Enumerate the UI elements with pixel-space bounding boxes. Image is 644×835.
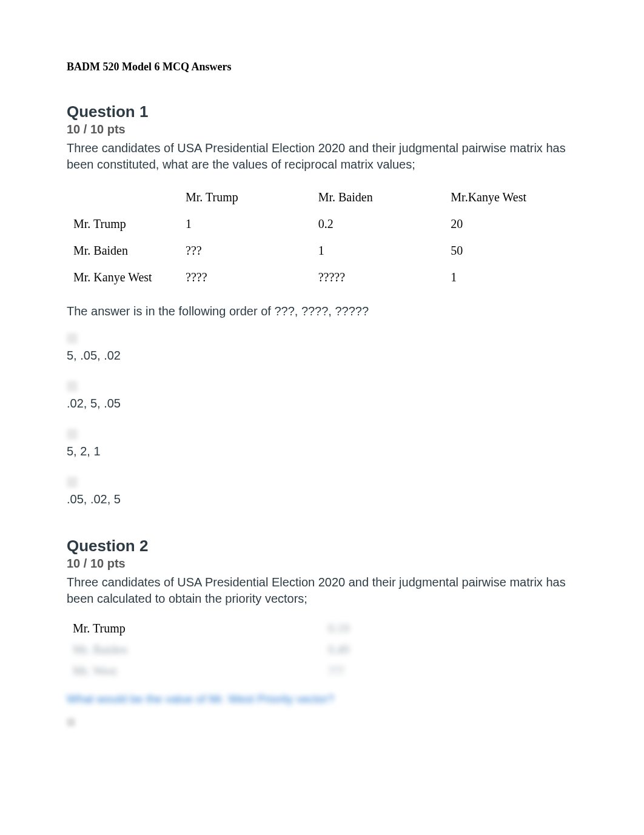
radio-icon <box>67 333 78 344</box>
option-c[interactable]: 5, 2, 1 <box>67 429 577 458</box>
table-cell: Mr. Kanye West <box>67 264 179 291</box>
option-label: .05, .02, 5 <box>67 492 577 506</box>
doc-title: BADM 520 Model 6 MCQ Answers <box>67 61 577 73</box>
option-label: .02, 5, .05 <box>67 397 577 411</box>
option-label: 5, 2, 1 <box>67 444 577 458</box>
table-cell: 50 <box>444 238 577 264</box>
table-cell: Mr. Baiden <box>67 238 179 264</box>
radio-icon <box>67 429 78 440</box>
radio-icon <box>67 381 78 392</box>
table-row: Mr. Kanye West ???? ????? 1 <box>67 264 577 291</box>
radio-icon <box>67 477 78 488</box>
table-cell-blurred: 0.19 <box>322 618 577 639</box>
question-1-text: Three candidates of USA Presidential Ele… <box>67 140 577 173</box>
table-header-row: Mr. Trump Mr. Baiden Mr.Kanye West <box>67 184 577 211</box>
option-label: 5, .05, .02 <box>67 349 577 363</box>
table-cell-blurred: Mr. Baiden <box>67 639 322 660</box>
table-cell: 1 <box>312 238 444 264</box>
table-cell-blurred: 0.49 <box>322 639 577 660</box>
question-2-title: Question 2 <box>67 537 577 555</box>
q1-options: 5, .05, .02 .02, 5, .05 5, 2, 1 .05, .02… <box>67 333 577 506</box>
priority-vector-table: Mr. Trump 0.19 Mr. Baiden 0.49 Mr. West … <box>67 618 577 682</box>
table-row: Mr. West ??? <box>67 660 577 682</box>
table-cell: ??? <box>179 238 312 264</box>
table-header-cell: Mr. Baiden <box>312 184 444 211</box>
table-row: Mr. Trump 0.19 <box>67 618 577 639</box>
question-2-points: 10 / 10 pts <box>67 557 577 571</box>
table-row: Mr. Baiden 0.49 <box>67 639 577 660</box>
table-cell: Mr. Trump <box>67 618 322 639</box>
table-cell: ????? <box>312 264 444 291</box>
table-cell: 1 <box>444 264 577 291</box>
question-1-points: 10 / 10 pts <box>67 122 577 136</box>
table-header-cell: Mr.Kanye West <box>444 184 577 211</box>
table-row: Mr. Baiden ??? 1 50 <box>67 238 577 264</box>
table-cell: 1 <box>179 211 312 238</box>
question-2: Question 2 10 / 10 pts Three candidates … <box>67 537 577 726</box>
pairwise-matrix-table: Mr. Trump Mr. Baiden Mr.Kanye West Mr. T… <box>67 184 577 291</box>
option-a[interactable]: 5, .05, .02 <box>67 333 577 363</box>
table-cell: ???? <box>179 264 312 291</box>
table-cell: 0.2 <box>312 211 444 238</box>
option-d[interactable]: .05, .02, 5 <box>67 477 577 506</box>
question-2-text: Three candidates of USA Presidential Ele… <box>67 574 577 607</box>
table-header-cell <box>67 184 179 211</box>
question-1: Question 1 10 / 10 pts Three candidates … <box>67 102 577 506</box>
table-header-cell: Mr. Trump <box>179 184 312 211</box>
answer-order-note: The answer is in the following order of … <box>67 304 577 318</box>
table-cell: 20 <box>444 211 577 238</box>
radio-icon <box>67 718 75 726</box>
table-cell: Mr. Trump <box>67 211 179 238</box>
table-row: Mr. Trump 1 0.2 20 <box>67 211 577 238</box>
option-b[interactable]: .02, 5, .05 <box>67 381 577 411</box>
table-cell-blurred: ??? <box>322 660 577 682</box>
table-cell-blurred: Mr. West <box>67 660 322 682</box>
question-1-title: Question 1 <box>67 102 577 121</box>
question-2-followup: What would be the value of Mr. West Prio… <box>67 692 577 706</box>
